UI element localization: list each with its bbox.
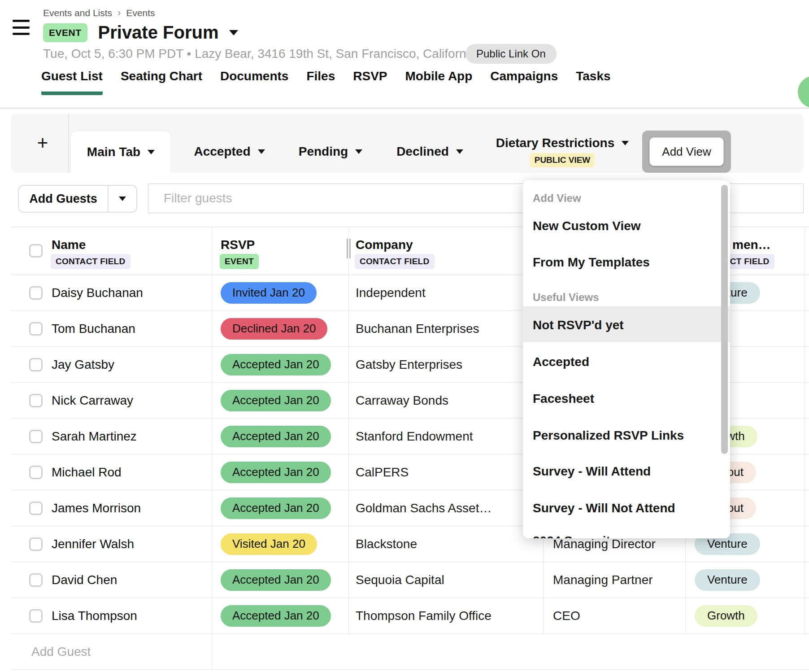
view-tab-pending-caret-icon[interactable] — [355, 149, 362, 154]
row-checkbox[interactable] — [29, 358, 43, 371]
view-tab-dietary-label: Dietary Restrictions — [496, 136, 615, 150]
menu-item-survey-will-not-attend[interactable]: Survey - Will Not Attend — [533, 501, 675, 515]
rsvp-status-badge: Accepted Jan 20 — [221, 426, 331, 447]
view-tabs-strip: + Main Tab Accepted Pending Declined Die… — [11, 113, 804, 173]
view-tab-main-tab-caret-icon[interactable] — [148, 150, 155, 154]
view-tab-declined-label: Declined — [396, 144, 449, 159]
menu-section-add-view: Add View — [533, 192, 581, 205]
guest-company: Sequoia Capital — [349, 573, 444, 587]
segment-badge: Growth — [695, 605, 757, 627]
menu-item-facesheet[interactable]: Facesheet — [533, 392, 594, 406]
add-guests-caret-icon — [119, 196, 126, 201]
menu-scrollbar[interactable] — [721, 185, 728, 454]
header-divider — [0, 108, 809, 109]
guest-company: Stanford Endowment — [349, 429, 473, 444]
menu-item-survey-will-attend[interactable]: Survey - Will Attend — [533, 464, 651, 479]
row-checkbox[interactable] — [29, 609, 43, 623]
tab-documents[interactable]: Documents — [220, 69, 288, 95]
tab-tasks[interactable]: Tasks — [576, 69, 610, 95]
column-header-name[interactable]: Name CONTACT FIELD — [11, 227, 212, 275]
tab-campaigns[interactable]: Campaigns — [490, 69, 558, 95]
rsvp-status-badge: Accepted Jan 20 — [221, 390, 331, 411]
guest-company: Blackstone — [349, 537, 417, 551]
guest-company: Thompson Family Office — [349, 609, 491, 623]
view-tab-main-tab[interactable]: Main Tab — [70, 131, 171, 173]
rsvp-status-badge: Accepted Jan 20 — [221, 605, 331, 627]
view-tab-pending-label: Pending — [299, 144, 348, 159]
view-tab-dietary-caret-icon[interactable] — [622, 141, 629, 145]
row-checkbox[interactable] — [29, 322, 43, 336]
view-tabs-separator — [68, 113, 69, 173]
rsvp-status-badge: Accepted Jan 20 — [221, 569, 331, 591]
column-rsvp-type-badge: EVENT — [220, 254, 259, 269]
add-guests-button[interactable]: Add Guests — [19, 186, 108, 212]
menu-item-from-my-templates[interactable]: From My Templates — [533, 255, 650, 270]
view-tab-pending[interactable]: Pending — [288, 131, 373, 173]
rsvp-status-badge: Declined Jan 20 — [221, 318, 327, 340]
public-view-badge: PUBLIC VIEW — [530, 153, 595, 167]
row-checkbox[interactable] — [29, 286, 43, 300]
column-header-overflow — [805, 227, 809, 275]
row-checkbox[interactable] — [29, 502, 43, 515]
page-title: Private Forum — [98, 22, 219, 43]
row-checkbox[interactable] — [29, 430, 43, 443]
menu-icon[interactable] — [13, 20, 30, 35]
row-checkbox[interactable] — [29, 573, 43, 587]
view-tab-accepted-label: Accepted — [194, 144, 250, 159]
column-resize-handle[interactable] — [347, 239, 351, 258]
table-row[interactable]: David Chen Accepted Jan 20 Sequoia Capit… — [11, 562, 809, 598]
tab-guest-list[interactable]: Guest List — [41, 69, 103, 95]
rsvp-status-badge: Accepted Jan 20 — [221, 354, 331, 375]
guest-company: Carraway Bonds — [349, 393, 448, 408]
add-view-button[interactable]: Add View — [649, 137, 724, 166]
rsvp-status-badge: Accepted Jan 20 — [221, 462, 331, 483]
menu-item-personalized-rsvp-links[interactable]: Personalized RSVP Links — [533, 428, 684, 443]
guest-list-app: Events and Lists › Events EVENT Private … — [0, 0, 809, 672]
column-header-rsvp[interactable]: RSVP EVENT — [212, 227, 349, 275]
rsvp-status-badge: Invited Jan 20 — [221, 282, 317, 304]
tab-rsvp[interactable]: RSVP — [353, 69, 387, 95]
add-guest-row[interactable]: Add Guest — [11, 634, 809, 670]
breadcrumb-chevron-icon: › — [117, 7, 121, 19]
view-tab-accepted[interactable]: Accepted — [183, 131, 275, 173]
add-view-tab-button[interactable]: + — [23, 113, 62, 173]
public-link-status-pill[interactable]: Public Link On — [465, 44, 557, 64]
view-tab-dietary-restrictions[interactable]: Dietary Restrictions PUBLIC VIEW — [486, 131, 639, 173]
tab-mobile-app[interactable]: Mobile App — [405, 69, 472, 95]
breadcrumb: Events and Lists › Events — [43, 7, 155, 19]
main-nav-tabs: Guest List Seating Chart Documents Files… — [41, 69, 611, 95]
column-header-company[interactable]: Company CONTACT FIELD — [349, 227, 544, 275]
view-tab-declined[interactable]: Declined — [384, 131, 476, 173]
select-all-checkbox[interactable] — [29, 244, 43, 257]
row-checkbox[interactable] — [29, 466, 43, 479]
column-segment-label: men… — [732, 238, 771, 252]
menu-item-new-custom-view[interactable]: New Custom View — [533, 219, 641, 233]
guest-name: David Chen — [11, 573, 117, 587]
breadcrumb-events[interactable]: Events — [126, 8, 155, 18]
view-tab-declined-caret-icon[interactable] — [456, 149, 463, 154]
rsvp-status-badge: Accepted Jan 20 — [221, 497, 331, 519]
tab-files[interactable]: Files — [306, 69, 335, 95]
view-tab-accepted-caret-icon[interactable] — [258, 149, 265, 154]
guest-company: Independent — [349, 286, 426, 300]
guest-title: CEO — [544, 609, 580, 623]
guest-name: Michael Rod — [11, 465, 122, 480]
add-view-button-highlight: Add View — [642, 131, 731, 173]
breadcrumb-events-and-lists[interactable]: Events and Lists — [43, 8, 112, 18]
title-dropdown-icon[interactable] — [229, 30, 238, 35]
column-company-label: Company — [356, 238, 413, 252]
row-checkbox[interactable] — [29, 537, 43, 551]
table-row[interactable]: Lisa Thompson Accepted Jan 20 Thompson F… — [11, 598, 809, 634]
guest-company: Goldman Sachs Asset… — [349, 501, 491, 515]
add-guests-dropdown-button[interactable] — [109, 186, 136, 212]
help-fab[interactable] — [798, 76, 809, 108]
view-tab-main-tab-label: Main Tab — [87, 145, 140, 159]
add-guest-placeholder: Add Guest — [11, 645, 91, 659]
tab-seating-chart[interactable]: Seating Chart — [121, 69, 202, 95]
row-checkbox[interactable] — [29, 394, 43, 407]
menu-section-useful-views: Useful Views — [533, 291, 599, 304]
menu-item-accepted[interactable]: Accepted — [533, 355, 589, 369]
guest-company: Gatsby Enterprises — [349, 358, 462, 372]
menu-item-2024-summit[interactable]: 2024 Summit — [533, 534, 610, 538]
menu-item-not-rsvpd-yet[interactable]: Not RSVP'd yet — [533, 318, 624, 332]
